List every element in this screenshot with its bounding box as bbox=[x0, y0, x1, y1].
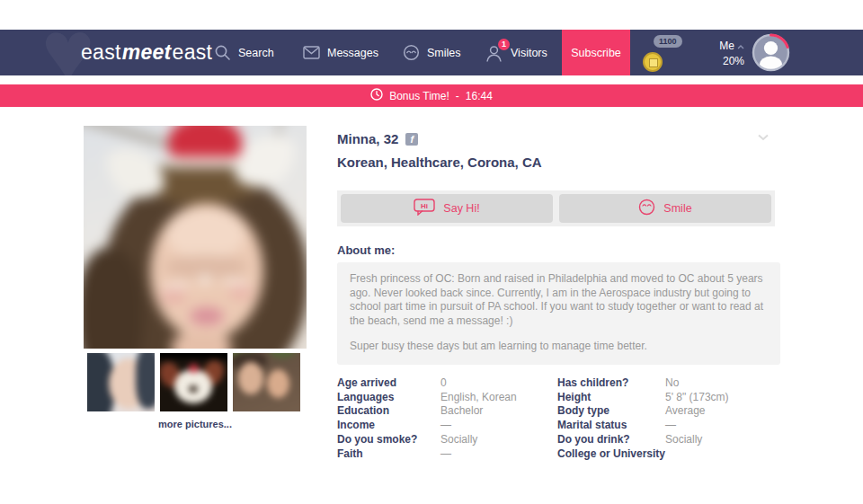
clock-icon bbox=[370, 88, 383, 103]
attr-label: Has children? bbox=[557, 376, 665, 391]
logo-part-east1: east bbox=[81, 40, 121, 65]
avatar[interactable] bbox=[752, 33, 790, 72]
say-hi-label: Say Hi! bbox=[443, 202, 479, 215]
nav-label-search: Search bbox=[238, 47, 274, 59]
about-me-text: Fresh princess of OC: Born and raised in… bbox=[337, 262, 780, 365]
attr-label: Faith bbox=[337, 447, 440, 462]
attr-label: Do you drink? bbox=[557, 433, 665, 447]
smile-icon bbox=[638, 199, 655, 218]
profile-main-photo[interactable] bbox=[84, 126, 307, 349]
photo-thumbnail-2[interactable] bbox=[160, 353, 227, 411]
attr-label: College or University bbox=[557, 447, 665, 462]
attr-value: English, Korean bbox=[440, 391, 557, 405]
nav-label-visitors: Visitors bbox=[511, 47, 547, 59]
about-paragraph-2: Super busy these days but am learning to… bbox=[350, 340, 768, 354]
profile-name-row: Minna, 32 f bbox=[337, 131, 418, 146]
top-navbar: ♥ eastmeeteast Search Messages Smiles bbox=[0, 30, 863, 75]
facebook-icon: f bbox=[405, 133, 418, 146]
attr-value: Socially bbox=[665, 433, 780, 447]
logo-part-meet: meet bbox=[122, 40, 172, 65]
attr-value: — bbox=[440, 447, 557, 462]
about-me-heading: About me: bbox=[337, 243, 395, 257]
profile-subtitle: Korean, Healthcare, Corona, CA bbox=[337, 155, 542, 170]
nav-item-smiles[interactable]: Smiles bbox=[403, 30, 461, 75]
profile-attributes: Age arrived 0 Has children? No Languages… bbox=[337, 376, 780, 461]
svg-text:Hi: Hi bbox=[421, 202, 428, 210]
attr-value: Average bbox=[665, 404, 780, 419]
attr-value: No bbox=[665, 376, 780, 391]
attr-label: Do you smoke? bbox=[337, 433, 440, 447]
profile-name: Minna, 32 bbox=[337, 131, 398, 146]
subscribe-button[interactable]: Subscribe bbox=[562, 30, 630, 75]
more-pictures-link[interactable]: more pictures... bbox=[84, 419, 307, 429]
chevron-down-icon[interactable] bbox=[757, 128, 770, 145]
say-hi-bubble-icon: Hi bbox=[414, 199, 435, 218]
coin-balance-badge: 1100 bbox=[654, 35, 682, 48]
main-photo-blur bbox=[84, 126, 307, 349]
site-logo[interactable]: eastmeeteast bbox=[81, 30, 212, 75]
smile-button[interactable]: Smile bbox=[559, 194, 771, 223]
attr-value: 0 bbox=[440, 376, 557, 391]
nav-label-messages: Messages bbox=[327, 47, 378, 59]
bonus-label: Bonus Time! bbox=[389, 90, 449, 102]
attr-value: — bbox=[665, 419, 780, 433]
smile-label: Smile bbox=[663, 202, 691, 215]
coin-icon bbox=[643, 52, 663, 72]
nav-label-smiles: Smiles bbox=[427, 47, 461, 59]
attr-label: Height bbox=[557, 391, 665, 405]
attr-label: Marital status bbox=[557, 419, 665, 433]
me-label: Me bbox=[719, 40, 734, 52]
chevron-up-icon bbox=[737, 40, 744, 52]
say-hi-button[interactable]: Hi Say Hi! bbox=[341, 194, 553, 223]
profile-completion-percent: 20% bbox=[723, 55, 744, 67]
attr-value: 5' 8" (173cm) bbox=[665, 391, 780, 405]
me-menu[interactable]: Me 20% bbox=[707, 30, 744, 75]
attr-label: Education bbox=[337, 404, 440, 419]
about-paragraph-1: Fresh princess of OC: Born and raised in… bbox=[350, 272, 768, 328]
attr-value: Bachelor bbox=[440, 404, 557, 419]
bonus-timer: 16:44 bbox=[466, 90, 493, 102]
visitors-badge: 1 bbox=[498, 39, 510, 50]
photo-thumbnail-3[interactable] bbox=[233, 353, 300, 411]
photo-thumbnail-1[interactable] bbox=[87, 353, 155, 411]
attr-label: Languages bbox=[337, 391, 440, 405]
coin-hole bbox=[649, 58, 658, 67]
attr-label: Body type bbox=[557, 404, 665, 419]
attr-value bbox=[665, 447, 780, 462]
bonus-time-bar: Bonus Time! - 16:44 bbox=[0, 84, 863, 107]
profile-action-bar: Hi Say Hi! Smile bbox=[337, 190, 775, 226]
attr-label: Age arrived bbox=[337, 376, 440, 391]
smiley-icon bbox=[403, 44, 420, 61]
bonus-separator: - bbox=[456, 90, 459, 102]
nav-item-visitors[interactable]: 1 Visitors bbox=[485, 30, 547, 75]
attr-label: Income bbox=[337, 419, 440, 433]
attr-value: Socially bbox=[440, 433, 557, 447]
nav-item-messages[interactable]: Messages bbox=[303, 30, 378, 75]
nav-item-search[interactable]: Search bbox=[214, 30, 274, 75]
person-icon: 1 bbox=[485, 44, 503, 62]
envelope-icon bbox=[303, 46, 320, 59]
attr-value: — bbox=[440, 419, 557, 433]
page: ♥ eastmeeteast Search Messages Smiles bbox=[0, 0, 863, 504]
logo-part-east2: east bbox=[173, 40, 213, 65]
search-icon bbox=[214, 44, 231, 61]
coin-balance[interactable]: 1100 bbox=[640, 30, 690, 75]
